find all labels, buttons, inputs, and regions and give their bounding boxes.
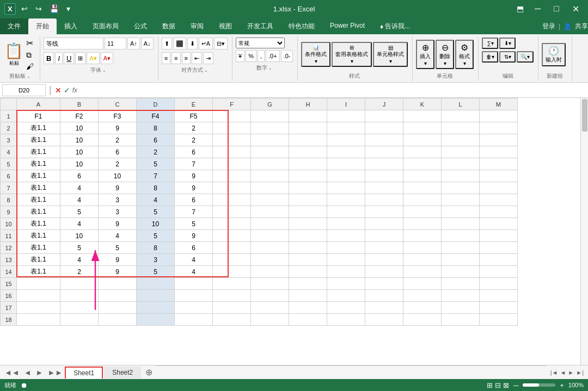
- cell-M7[interactable]: [480, 182, 518, 194]
- cell-E1[interactable]: F5: [175, 110, 213, 122]
- cell-J18[interactable]: [365, 314, 403, 326]
- align-bottom-btn[interactable]: ⬇: [187, 38, 198, 49]
- cell-C7[interactable]: 9: [99, 182, 137, 194]
- cell-C14[interactable]: 9: [99, 266, 137, 278]
- insert-btn[interactable]: ⊕插入▾: [416, 40, 434, 69]
- col-header-h[interactable]: H: [289, 98, 327, 110]
- cell-D6[interactable]: 7: [137, 170, 175, 182]
- comma-btn[interactable]: ,: [258, 50, 265, 62]
- cell-F7[interactable]: [213, 182, 251, 194]
- cell-E15[interactable]: [175, 278, 213, 290]
- cell-H14[interactable]: [289, 266, 327, 278]
- cell-D9[interactable]: 5: [137, 206, 175, 218]
- cell-F16[interactable]: [213, 290, 251, 302]
- cell-A5[interactable]: 表1.1: [17, 158, 60, 170]
- redo-btn[interactable]: ↪: [33, 3, 44, 14]
- cell-B12[interactable]: 5: [60, 242, 99, 254]
- cell-G5[interactable]: [251, 158, 289, 170]
- cell-K3[interactable]: [403, 134, 442, 146]
- cell-H4[interactable]: [289, 146, 327, 158]
- cell-G4[interactable]: [251, 146, 289, 158]
- tab-data[interactable]: 数据: [155, 18, 183, 34]
- cell-C17[interactable]: [99, 302, 137, 314]
- cell-B9[interactable]: 5: [60, 206, 99, 218]
- cell-L7[interactable]: [442, 182, 480, 194]
- cell-I13[interactable]: [327, 254, 365, 266]
- cell-G14[interactable]: [251, 266, 289, 278]
- cell-B6[interactable]: 6: [60, 170, 99, 182]
- cell-G6[interactable]: [251, 170, 289, 182]
- cell-H1[interactable]: [289, 110, 327, 122]
- cell-C11[interactable]: 4: [99, 230, 137, 242]
- cell-J7[interactable]: [365, 182, 403, 194]
- row-header-13[interactable]: 13: [1, 254, 17, 266]
- cell-F11[interactable]: [213, 230, 251, 242]
- cell-E12[interactable]: 6: [175, 242, 213, 254]
- cell-H6[interactable]: [289, 170, 327, 182]
- row-header-16[interactable]: 16: [1, 290, 17, 302]
- cell-F15[interactable]: [213, 278, 251, 290]
- cell-D10[interactable]: 10: [137, 218, 175, 230]
- cell-F1[interactable]: [213, 110, 251, 122]
- cell-A13[interactable]: 表1.1: [17, 254, 60, 266]
- row-header-14[interactable]: 14: [1, 266, 17, 278]
- row-header-17[interactable]: 17: [1, 302, 17, 314]
- cell-J11[interactable]: [365, 230, 403, 242]
- cell-style-btn[interactable]: ▤单元格样式▾: [373, 42, 408, 67]
- tab-developer[interactable]: 开发工具: [240, 18, 281, 34]
- cell-L8[interactable]: [442, 194, 480, 206]
- cell-I15[interactable]: [327, 278, 365, 290]
- cell-K4[interactable]: [403, 146, 442, 158]
- col-header-j[interactable]: J: [365, 98, 403, 110]
- align-right-btn[interactable]: ≡: [182, 52, 191, 64]
- cell-A12[interactable]: 表1.1: [17, 242, 60, 254]
- cell-D4[interactable]: 2: [137, 146, 175, 158]
- cell-I12[interactable]: [327, 242, 365, 254]
- cell-G15[interactable]: [251, 278, 289, 290]
- cell-C18[interactable]: [99, 314, 137, 326]
- sheet-nav-left[interactable]: ◄◄: [2, 368, 22, 377]
- formula-input[interactable]: [79, 85, 586, 95]
- cell-H8[interactable]: [289, 194, 327, 206]
- cell-G18[interactable]: [251, 314, 289, 326]
- font-family-input[interactable]: 等线: [44, 38, 103, 49]
- cell-L12[interactable]: [442, 242, 480, 254]
- cell-M12[interactable]: [480, 242, 518, 254]
- cell-B15[interactable]: [60, 278, 99, 290]
- cell-I6[interactable]: [327, 170, 365, 182]
- cell-C4[interactable]: 6: [99, 146, 137, 158]
- cell-M6[interactable]: [480, 170, 518, 182]
- cell-C1[interactable]: F3: [99, 110, 137, 122]
- col-header-b[interactable]: B: [60, 98, 99, 110]
- cell-I2[interactable]: [327, 122, 365, 134]
- cell-A11[interactable]: 表1.1: [17, 230, 60, 242]
- row-header-4[interactable]: 4: [1, 146, 17, 158]
- cell-C10[interactable]: 9: [99, 218, 137, 230]
- tab-search[interactable]: ♦告诉我...: [372, 18, 418, 34]
- tab-review[interactable]: 审阅: [183, 18, 211, 34]
- cell-G17[interactable]: [251, 302, 289, 314]
- cell-H16[interactable]: [289, 290, 327, 302]
- find-btn[interactable]: 🔍▾: [517, 51, 534, 63]
- sheet-tab-sheet1[interactable]: Sheet1: [65, 367, 103, 378]
- zoom-slider[interactable]: [523, 383, 555, 387]
- cell-J10[interactable]: [365, 218, 403, 230]
- align-center-btn[interactable]: ≡: [171, 52, 180, 64]
- cell-C3[interactable]: 2: [99, 134, 137, 146]
- cell-A9[interactable]: 表1.1: [17, 206, 60, 218]
- cell-B18[interactable]: [60, 314, 99, 326]
- normal-view-icon[interactable]: ⊞: [487, 381, 493, 389]
- nav-prev-btn[interactable]: ◄: [560, 369, 566, 376]
- format-painter-btn[interactable]: 🖌: [24, 61, 35, 71]
- cell-B1[interactable]: F2: [60, 110, 99, 122]
- confirm-formula-icon[interactable]: ✓: [64, 86, 70, 95]
- cell-M11[interactable]: [480, 230, 518, 242]
- cell-J5[interactable]: [365, 158, 403, 170]
- cell-A1[interactable]: F1: [17, 110, 60, 122]
- cell-F17[interactable]: [213, 302, 251, 314]
- cell-G7[interactable]: [251, 182, 289, 194]
- cell-G16[interactable]: [251, 290, 289, 302]
- cell-G12[interactable]: [251, 242, 289, 254]
- cell-G11[interactable]: [251, 230, 289, 242]
- cell-M10[interactable]: [480, 218, 518, 230]
